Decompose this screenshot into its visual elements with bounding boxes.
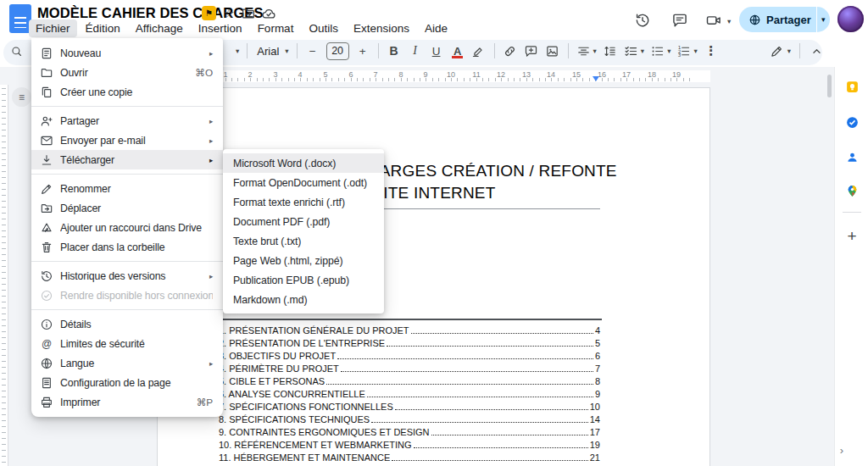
menu-format[interactable]: Format: [251, 19, 301, 37]
version-history-icon[interactable]: [634, 12, 651, 29]
menu-affichage[interactable]: Affichage: [129, 19, 190, 37]
toc-entry[interactable]: 7. SPÉCIFICATIONS FONCTIONNELLES10: [219, 399, 600, 412]
menu-item-configuration-page[interactable]: Configuration de la page: [31, 373, 223, 392]
submenu-item-html[interactable]: Page Web (.html, zippé): [223, 251, 384, 270]
bulleted-list-button[interactable]: ▾: [650, 42, 670, 60]
share-caret-icon[interactable]: ▾: [817, 15, 830, 24]
toc-entry[interactable]: 8. SPÉCIFICATIONS TECHNIQUES14: [219, 412, 600, 424]
toc-entry[interactable]: 11. HÉBERGEMENT ET MAINTENANCE21: [219, 450, 600, 463]
submenu-item-odt[interactable]: Format OpenDocument (.odt): [223, 173, 384, 192]
ruler-number: 9: [423, 70, 427, 79]
ruler-number: 6: [348, 70, 353, 79]
toc-label: 5. CIBLE ET PERSONAS: [219, 376, 325, 386]
comments-icon[interactable]: [671, 12, 688, 29]
increase-font-button[interactable]: +: [355, 42, 370, 60]
menu-item-langue[interactable]: Langue ▸: [31, 353, 223, 373]
ruler-number: 17: [622, 70, 631, 79]
menu-item-ouvrir[interactable]: Ouvrir ⌘O: [31, 63, 223, 82]
submenu-item-pdf[interactable]: Document PDF (.pdf): [223, 212, 384, 231]
more-options-button[interactable]: ⋮: [704, 42, 719, 60]
menu-fichier[interactable]: Fichier: [29, 19, 77, 37]
video-call-icon[interactable]: [705, 12, 722, 29]
menu-item-placer-corbeille[interactable]: Placer dans la corbeille: [31, 237, 223, 257]
highlight-button[interactable]: [471, 42, 487, 60]
submenu-item-txt[interactable]: Texte brut (.txt): [223, 231, 384, 251]
menu-item-telecharger[interactable]: Télécharger ▸: [31, 150, 223, 169]
menu-insertion[interactable]: Insertion: [192, 19, 249, 37]
document-outline-button[interactable]: ≡: [12, 87, 31, 107]
menu-item-historique-versions[interactable]: Historique des versions ▸: [31, 266, 223, 286]
menu-item-ajouter-raccourci-drive[interactable]: Ajouter un raccourci dans Drive: [31, 218, 223, 237]
menu-item-imprimer[interactable]: Imprimer ⌘P: [31, 392, 223, 412]
checklist-button[interactable]: ▾: [624, 42, 644, 60]
toc-entry[interactable]: 1. PRÉSENTATION GÉNÉRALE DU PROJET4: [219, 323, 600, 336]
menu-item-details[interactable]: Détails: [31, 314, 223, 334]
ruler-number: 10: [447, 70, 455, 79]
keep-icon[interactable]: [845, 80, 860, 94]
contacts-icon[interactable]: [845, 150, 860, 164]
menu-edition[interactable]: Édition: [79, 19, 127, 37]
menu-item-partager[interactable]: Partager ▸: [31, 111, 223, 130]
vertical-ruler[interactable]: [0, 85, 8, 466]
horizontal-ruler[interactable]: 1 2 3 4 5 6 7 8 9 10 11 12 13 14 15 16 1…: [157, 70, 710, 82]
italic-button[interactable]: I: [408, 42, 423, 60]
menu-item-envoyer-par-email[interactable]: Envoyer par e-mail ▸: [31, 130, 223, 150]
tasks-icon[interactable]: [845, 115, 860, 130]
bold-button[interactable]: B: [387, 42, 402, 60]
menu-item-deplacer[interactable]: Déplacer: [31, 198, 223, 218]
user-avatar[interactable]: [837, 6, 864, 32]
printer-icon: [40, 396, 53, 409]
menu-aide[interactable]: Aide: [418, 19, 454, 37]
toc-entry[interactable]: 4. PÉRIMÈTRE DU PROJET7: [219, 361, 600, 374]
toc-entry[interactable]: 9. CONTRAINTES ERGONOMIQUES ET DESIGN17: [219, 424, 600, 437]
vertical-scrollbar[interactable]: [827, 75, 832, 97]
add-addon-button[interactable]: +: [842, 226, 862, 247]
decrease-font-button[interactable]: −: [305, 42, 320, 60]
maps-icon[interactable]: [845, 184, 860, 198]
menu-item-creer-une-copie[interactable]: Créer une copie: [31, 82, 223, 102]
add-comment-button[interactable]: [524, 42, 539, 60]
toc-entry[interactable]: 2. PRÉSENTATION DE L'ENTREPRISE5: [219, 336, 600, 348]
toc-top-border: [219, 319, 602, 320]
toc-label: 8. SPÉCIFICATIONS TECHNIQUES: [219, 414, 370, 424]
ruler-number: 4: [298, 70, 302, 79]
text-color-button[interactable]: A: [453, 45, 461, 58]
numbered-list-button[interactable]: ▾: [676, 42, 697, 60]
toc-entry[interactable]: 6. ANALYSE CONCURRENTIELLE9: [219, 386, 600, 399]
menu-extensions[interactable]: Extensions: [347, 19, 416, 37]
insert-image-button[interactable]: [545, 42, 560, 60]
underline-button[interactable]: U: [429, 42, 444, 60]
toc-leader: [326, 384, 593, 385]
submenu-item-docx[interactable]: Microsoft Word (.docx): [223, 153, 384, 173]
video-call-caret-icon[interactable]: ▾: [727, 17, 731, 25]
expand-panel-chevron[interactable]: ›: [835, 441, 849, 458]
toc-entry[interactable]: 5. CIBLE ET PERSONAS8: [219, 374, 600, 386]
indent-marker-icon[interactable]: [593, 76, 599, 81]
yellow-flag-badge-icon[interactable]: ⚑: [202, 6, 216, 20]
menu-item-limites-securite[interactable]: @ Limites de sécurité: [31, 334, 223, 353]
insert-link-button[interactable]: [503, 42, 518, 60]
chevron-down-icon: ▾: [593, 47, 597, 55]
menu-item-nouveau[interactable]: Nouveau ▸: [31, 43, 223, 63]
collapse-toolbar-button[interactable]: [809, 42, 824, 60]
submenu-item-md[interactable]: Markdown (.md): [223, 290, 384, 309]
font-family-select[interactable]: Arial ▾: [255, 42, 288, 60]
align-button[interactable]: ▾: [576, 42, 597, 60]
ruler-number: 19: [672, 70, 681, 79]
search-icon[interactable]: [10, 45, 23, 58]
line-spacing-button[interactable]: [603, 42, 618, 60]
editing-mode-button[interactable]: ▾: [770, 42, 791, 60]
submenu-item-rtf[interactable]: Format texte enrichi (.rtf): [223, 192, 384, 212]
toc-leader: [431, 435, 588, 435]
share-button[interactable]: Partager ▾: [739, 7, 830, 32]
menu-item-renommer[interactable]: Renommer: [31, 179, 223, 198]
toc-entry[interactable]: 10. RÉFÉRENCEMENT ET WEBMARKETING19: [219, 437, 600, 450]
toc-label: 2. PRÉSENTATION DE L'ENTREPRISE: [219, 338, 385, 348]
styles-caret-icon[interactable]: ▾: [236, 47, 239, 55]
submenu-item-epub[interactable]: Publication EPUB (.epub): [223, 270, 384, 290]
ruler-number: 18: [648, 70, 656, 79]
toc-entry[interactable]: 3. OBJECTIFS DU PROJET6: [219, 348, 600, 361]
font-size-input[interactable]: 20: [326, 42, 349, 60]
menu-outils[interactable]: Outils: [302, 19, 345, 37]
toc-page-number: 10: [590, 402, 600, 412]
